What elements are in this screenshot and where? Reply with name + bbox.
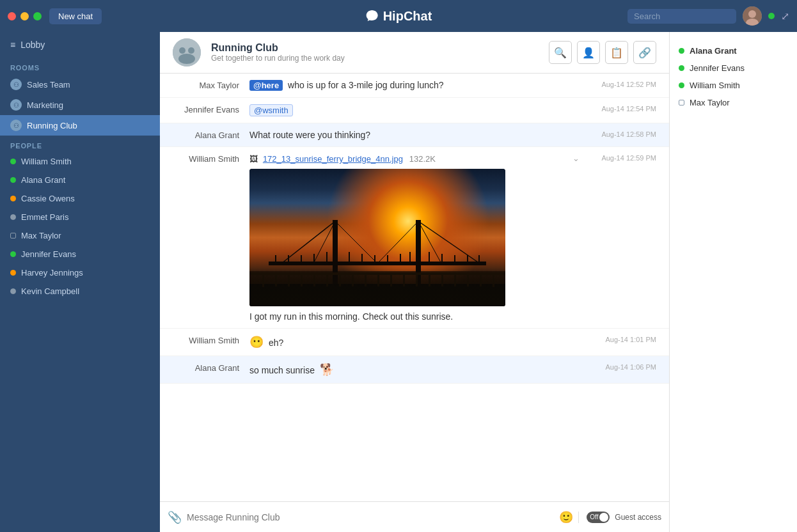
image-caption: I got my run in this morning. Check out … (249, 311, 580, 322)
sidebar-item-kevin-campbell[interactable]: Kevin Campbell (0, 282, 160, 301)
svg-rect-7 (249, 271, 505, 306)
expand-collapse-icon[interactable]: ⌄ (572, 153, 580, 163)
svg-line-13 (377, 221, 418, 263)
svg-rect-52 (493, 274, 494, 287)
svg-rect-28 (429, 252, 430, 262)
right-panel-member-jennifer-evans[interactable]: Jennifer Evans (679, 59, 788, 77)
sidebar-item-alana-grant[interactable]: Alana Grant (0, 171, 160, 189)
message-time: Aug-14 1:01 PM (580, 335, 656, 343)
svg-rect-46 (416, 272, 418, 286)
sidebar-item-cassie-owens[interactable]: Cassie Owens (0, 189, 160, 208)
message-time: Aug-14 12:54 PM (580, 104, 656, 113)
sidebar-item-emmet-paris[interactable]: Emmet Paris (0, 208, 160, 226)
hipchat-logo-icon (365, 9, 379, 23)
right-panel-member-max-taylor[interactable]: Max Taylor (679, 94, 788, 111)
new-chat-button[interactable]: New chat (49, 8, 102, 24)
file-size: 132.2K (409, 154, 436, 164)
room-icon: ⚇ (10, 79, 22, 90)
svg-rect-48 (441, 272, 443, 286)
svg-rect-8 (333, 220, 338, 284)
people-section-label: PEOPLE (0, 136, 160, 152)
svg-point-4 (179, 47, 185, 54)
sidebar: ≡ Lobby ROOMS ⚇ Sales Team ⚇ Marketing ⚇… (0, 32, 160, 532)
sidebar-lobby-item[interactable]: ≡ Lobby (0, 32, 160, 58)
svg-rect-18 (288, 255, 289, 262)
message-sender: William Smith (173, 153, 249, 164)
svg-rect-29 (441, 254, 443, 262)
svg-rect-49 (454, 272, 456, 286)
file-icon: 🖼 (249, 154, 258, 164)
sidebar-item-jennifer-evans[interactable]: Jennifer Evans (0, 245, 160, 263)
svg-point-1 (748, 10, 756, 18)
toggle-knob (599, 513, 608, 522)
svg-rect-25 (387, 255, 388, 262)
svg-rect-44 (390, 272, 392, 286)
file-link[interactable]: 172_13_sunrise_ferry_bridge_4nn.jpg (263, 154, 403, 164)
messages-area: Max Taylor @here who is up for a 3-mile … (160, 74, 669, 501)
expand-icon[interactable]: ⤢ (781, 10, 789, 22)
message-input[interactable] (187, 512, 554, 522)
sidebar-item-max-taylor[interactable]: Max Taylor (0, 226, 160, 245)
app-title-area: HipChat (365, 9, 432, 24)
chat-area: Running Club Get together to run during … (160, 32, 669, 532)
member-name: William Smith (690, 81, 740, 90)
user-avatar[interactable] (743, 6, 762, 26)
status-dot-green (10, 177, 16, 183)
minimize-button[interactable] (20, 12, 29, 20)
svg-rect-31 (467, 255, 468, 262)
svg-rect-9 (416, 220, 421, 284)
message-content: @wsmith (249, 104, 580, 116)
svg-rect-37 (301, 272, 303, 286)
here-mention-tag: @here (249, 80, 283, 91)
svg-line-12 (335, 221, 377, 263)
right-panel-member-alana-grant[interactable]: Alana Grant (679, 42, 788, 59)
input-bar: 📎 🙂 Off Guest access (160, 501, 669, 532)
sidebar-item-label: Cassie Owens (21, 194, 75, 203)
status-dot-green (679, 65, 684, 71)
sidebar-item-william-smith[interactable]: William Smith (0, 152, 160, 171)
message-time: Aug-14 1:06 PM (580, 363, 656, 371)
fullscreen-button[interactable] (33, 12, 42, 20)
svg-rect-32 (478, 255, 480, 262)
sidebar-item-sales-team[interactable]: ⚇ Sales Team (0, 74, 160, 95)
svg-line-11 (313, 221, 335, 263)
titlebar: New chat HipChat ⤢ (0, 0, 797, 32)
message-time: Aug-14 12:52 PM (580, 80, 656, 88)
guest-access-toggle[interactable]: Off (587, 512, 610, 523)
right-panel: Alana Grant Jennifer Evans William Smith… (669, 32, 797, 532)
message-time: Aug-14 12:59 PM (580, 153, 656, 162)
notes-button[interactable]: 📋 (605, 41, 628, 64)
member-name: Alana Grant (690, 46, 737, 56)
svg-rect-36 (288, 272, 290, 286)
global-search-input[interactable] (627, 9, 736, 24)
right-panel-member-william-smith[interactable]: William Smith (679, 77, 788, 94)
sidebar-item-harvey-jennings[interactable]: Harvey Jennings (0, 263, 160, 282)
link-button[interactable]: 🔗 (633, 41, 656, 64)
app-body: ≡ Lobby ROOMS ⚇ Sales Team ⚇ Marketing ⚇… (0, 32, 797, 532)
message-content: so much sunrise 🐕 (249, 363, 580, 377)
svg-rect-30 (454, 255, 455, 262)
emoji-button[interactable]: 🙂 (559, 510, 573, 524)
svg-rect-43 (377, 272, 379, 286)
svg-rect-47 (429, 272, 430, 286)
sidebar-item-label: Harvey Jennings (21, 268, 83, 278)
close-button[interactable] (8, 12, 16, 20)
attach-button[interactable]: 📎 (168, 510, 182, 524)
sidebar-item-running-club[interactable]: ⚇ Running Club (0, 115, 160, 136)
status-dot-green (10, 159, 16, 164)
svg-rect-34 (262, 274, 264, 287)
svg-rect-35 (275, 272, 277, 286)
svg-rect-53 (249, 272, 505, 275)
svg-rect-41 (352, 272, 354, 286)
svg-rect-51 (480, 272, 482, 286)
members-button[interactable]: 👤 (577, 41, 600, 64)
chat-header-actions: 🔍 👤 📋 🔗 (549, 41, 656, 64)
search-chat-button[interactable]: 🔍 (549, 41, 572, 64)
sidebar-item-marketing[interactable]: ⚇ Marketing (0, 95, 160, 115)
titlebar-right: ⤢ (627, 6, 789, 26)
room-avatar (173, 38, 201, 66)
status-dot-green (679, 48, 684, 54)
toggle-off-label: Off (588, 513, 598, 520)
window-controls (8, 12, 42, 20)
svg-line-15 (418, 221, 480, 263)
